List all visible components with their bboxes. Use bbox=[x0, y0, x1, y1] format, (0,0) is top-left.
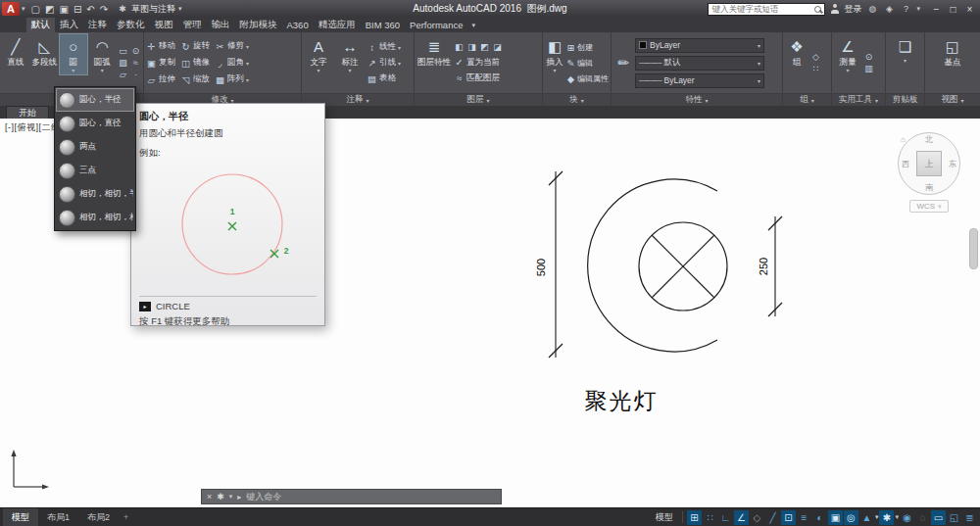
layer-freeze-icon[interactable]: ◩ bbox=[479, 42, 490, 52]
copy-button[interactable]: ▣复制 bbox=[146, 56, 175, 71]
panel-label-utilities[interactable]: 实用工具▾ bbox=[832, 94, 886, 106]
customize-icon[interactable]: ≣ bbox=[962, 510, 977, 525]
group-edit-icon[interactable]: ∷ bbox=[810, 64, 821, 73]
text-button[interactable]: A 文字 ▾ bbox=[304, 34, 333, 74]
make-current-button[interactable]: ✓置为当前 bbox=[454, 55, 503, 70]
model-tab[interactable]: 模型 bbox=[3, 508, 38, 526]
hatch-icon[interactable]: ▨ bbox=[118, 58, 128, 68]
array-button[interactable]: ▦阵列▾ bbox=[215, 72, 249, 87]
annotation-visibility-icon[interactable]: ◎ bbox=[844, 510, 858, 525]
open-file-icon[interactable]: ◩ bbox=[45, 4, 54, 15]
command-close-icon[interactable]: × bbox=[207, 492, 212, 502]
grid-toggle-icon[interactable]: ⊞ bbox=[687, 510, 702, 525]
new-layout-button[interactable]: + bbox=[119, 508, 133, 526]
fillet-caret-icon[interactable]: ▾ bbox=[246, 60, 249, 67]
tab-parametric[interactable]: 参数化 bbox=[112, 18, 150, 32]
arc-caret-icon[interactable]: ▾ bbox=[101, 68, 104, 74]
minimize-button[interactable]: − bbox=[928, 4, 945, 15]
circle-button[interactable]: ○ 圆 ▾ bbox=[60, 34, 87, 74]
rotate-button[interactable]: ↻旋转 bbox=[180, 39, 210, 54]
match-properties-button[interactable]: ✏ bbox=[613, 34, 633, 91]
command-line[interactable]: × ✱ ▾ ▸ bbox=[201, 489, 502, 504]
workspace-caret2-icon[interactable]: ▾ bbox=[895, 513, 899, 521]
arc-button[interactable]: ◠ 圆弧 ▾ bbox=[89, 34, 117, 74]
tab-manage[interactable]: 管理 bbox=[178, 18, 207, 32]
dimension-caret-icon[interactable]: ▾ bbox=[348, 68, 351, 74]
tab-performance[interactable]: Performance bbox=[405, 18, 467, 32]
edit-attributes-button[interactable]: ◆编辑属性 bbox=[566, 72, 609, 86]
layer-lock-icon[interactable]: ◪ bbox=[492, 42, 503, 52]
panel-label-clipboard[interactable]: 剪贴板 bbox=[886, 94, 925, 106]
layout2-tab[interactable]: 布局2 bbox=[78, 508, 119, 526]
search-input[interactable] bbox=[711, 4, 811, 14]
match-layer-button[interactable]: ≈匹配图层 bbox=[454, 71, 503, 85]
quick-calc-icon[interactable]: ▥ bbox=[863, 64, 874, 73]
object-color-dropdown[interactable]: ByLayer ▾ bbox=[635, 38, 764, 53]
transparency-icon[interactable]: ◐ bbox=[812, 510, 827, 525]
workspace-switching-icon[interactable]: ✱ bbox=[879, 510, 894, 525]
polar-tracking-icon[interactable]: ∠ bbox=[734, 510, 749, 525]
spline-icon[interactable]: ≈ bbox=[130, 58, 141, 68]
leader-button[interactable]: ↗引线▾ bbox=[367, 56, 401, 71]
menu-item-center-diameter[interactable]: 圆心，直径 bbox=[56, 112, 134, 135]
panel-label-groups[interactable]: 组▾ bbox=[783, 94, 832, 106]
leader-caret-icon[interactable]: ▾ bbox=[398, 60, 401, 67]
clean-screen-icon[interactable]: ◱ bbox=[947, 510, 961, 525]
save-icon[interactable]: ▣ bbox=[59, 4, 68, 15]
dimension-button[interactable]: ↔ 标注 ▾ bbox=[335, 34, 365, 74]
command-customize-icon[interactable]: ✱ bbox=[217, 492, 224, 502]
move-button[interactable]: ✛移动 bbox=[146, 39, 175, 54]
panel-label-view[interactable]: 视图▾ bbox=[925, 94, 980, 106]
spotlight-lamp-circle[interactable] bbox=[639, 222, 727, 311]
tab-home[interactable]: 默认 bbox=[26, 18, 55, 32]
layout1-tab[interactable]: 布局1 bbox=[38, 508, 78, 526]
panel-label-properties[interactable]: 特性▾ bbox=[612, 94, 783, 106]
app-logo-icon[interactable]: A bbox=[2, 2, 20, 16]
viewcube-compass[interactable]: ⌂ 北 南 西 东 上 bbox=[898, 132, 960, 195]
annotation-monitor-icon[interactable]: ◉ bbox=[900, 510, 914, 525]
tab-output[interactable]: 输出 bbox=[207, 18, 235, 32]
tab-addins[interactable]: 附加模块 bbox=[235, 18, 282, 32]
snap-toggle-icon[interactable]: ∷ bbox=[703, 510, 717, 525]
ellipse-icon[interactable]: ⊙ bbox=[130, 46, 141, 56]
menu-item-tan-tan-radius[interactable]: 相切，相切，半径 bbox=[56, 182, 134, 206]
object-snap-tracking-icon[interactable]: ╱ bbox=[765, 510, 780, 525]
viewcube-west[interactable]: 西 bbox=[902, 159, 909, 169]
model-space-toggle[interactable]: 模型 bbox=[656, 511, 673, 524]
ribbon-options-caret-icon[interactable]: ▾ bbox=[467, 18, 479, 32]
redo-icon[interactable]: ↷ bbox=[100, 4, 108, 15]
sign-in-avatar-icon[interactable] bbox=[830, 4, 839, 14]
linetype-dropdown[interactable]: ——— ByLayer ▾ bbox=[635, 73, 764, 88]
insert-block-button[interactable]: ◧ 插入 ▾ bbox=[545, 34, 564, 74]
table-button[interactable]: ▤表格 bbox=[367, 72, 401, 86]
create-block-button[interactable]: ⊞创建 bbox=[566, 40, 609, 55]
viewcube-north[interactable]: 北 bbox=[925, 134, 933, 145]
print-icon[interactable]: ⊟ bbox=[74, 4, 81, 15]
linear-dim-button[interactable]: ↕线性▾ bbox=[367, 40, 401, 55]
navigation-bar-thumb[interactable] bbox=[969, 228, 978, 269]
lineweight-display-icon[interactable]: ≡ bbox=[797, 510, 811, 525]
layer-properties-button[interactable]: ≣ 图层特性 bbox=[416, 34, 452, 68]
paste-button[interactable]: ❏ ▾ bbox=[894, 34, 917, 65]
exchange-apps-icon[interactable]: ◈ bbox=[883, 4, 895, 14]
command-input[interactable] bbox=[246, 492, 496, 502]
ungroup-icon[interactable]: ◇ bbox=[810, 52, 821, 62]
tab-a360[interactable]: A360 bbox=[282, 18, 314, 32]
help-caret-icon[interactable]: ▾ bbox=[916, 5, 920, 13]
viewcube-east[interactable]: 东 bbox=[949, 159, 956, 169]
line-button[interactable]: ╱ 直线 bbox=[2, 34, 29, 68]
close-button[interactable]: × bbox=[961, 4, 978, 15]
point-icon[interactable]: ∙ bbox=[130, 70, 141, 79]
circle-caret-icon[interactable]: ▾ bbox=[72, 68, 74, 74]
start-tab[interactable]: 开始 bbox=[6, 106, 49, 119]
object-snap-icon[interactable]: ⊡ bbox=[781, 510, 796, 525]
layer-off-icon[interactable]: ◧ bbox=[454, 42, 465, 52]
panel-label-block[interactable]: 块▾ bbox=[543, 94, 612, 106]
group-button[interactable]: ❖ 组 bbox=[785, 34, 808, 68]
scale-button[interactable]: ◹缩放 bbox=[180, 72, 210, 87]
selection-cycling-icon[interactable]: ▣ bbox=[828, 510, 843, 525]
measure-button[interactable]: ∠ 测量 ▾ bbox=[834, 34, 861, 74]
isodraft-icon[interactable]: ◇ bbox=[750, 510, 764, 525]
text-caret-icon[interactable]: ▾ bbox=[317, 68, 319, 74]
wcs-menu[interactable]: WCS ▾ bbox=[909, 200, 948, 213]
